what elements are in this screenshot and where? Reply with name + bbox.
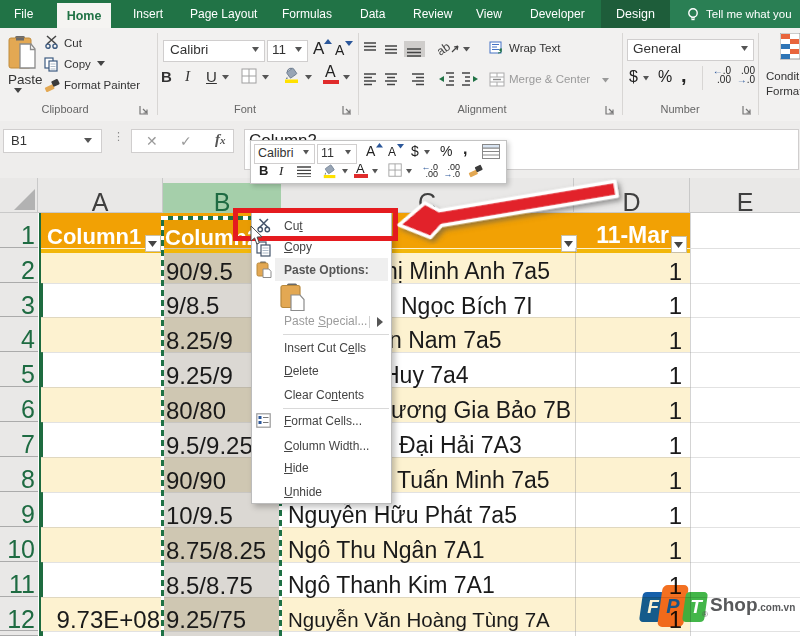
svg-text:ab: ab	[438, 41, 453, 57]
